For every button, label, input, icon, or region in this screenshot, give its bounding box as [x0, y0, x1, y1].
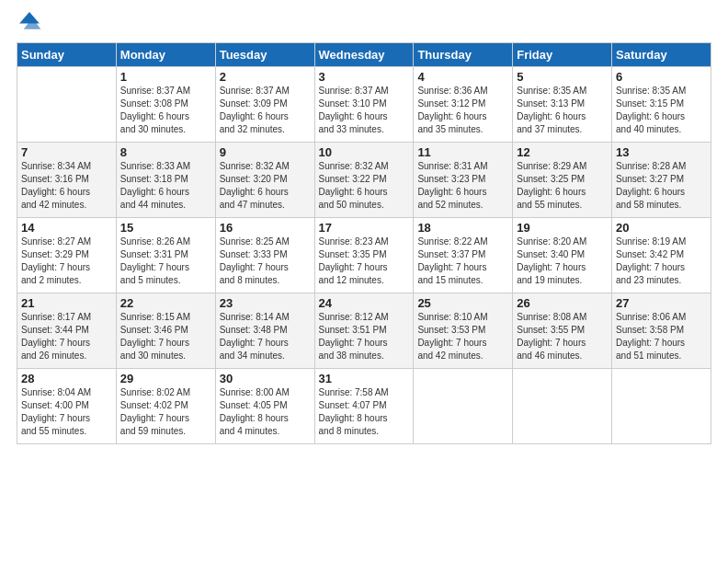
day-number: 25 — [417, 296, 508, 310]
calendar: SundayMondayTuesdayWednesdayThursdayFrid… — [17, 42, 711, 444]
calendar-cell: 29Sunrise: 8:02 AM Sunset: 4:02 PM Dayli… — [116, 369, 215, 444]
calendar-cell: 31Sunrise: 7:58 AM Sunset: 4:07 PM Dayli… — [314, 369, 414, 444]
calendar-cell: 18Sunrise: 8:22 AM Sunset: 3:37 PM Dayli… — [414, 218, 513, 293]
day-number: 20 — [616, 221, 707, 235]
calendar-cell: 2Sunrise: 8:37 AM Sunset: 3:09 PM Daylig… — [215, 67, 314, 143]
weekday-header: Friday — [513, 43, 612, 67]
day-number: 14 — [21, 221, 112, 235]
calendar-cell: 11Sunrise: 8:31 AM Sunset: 3:23 PM Dayli… — [414, 143, 513, 218]
day-number: 16 — [220, 221, 311, 235]
day-number: 23 — [220, 296, 311, 310]
day-number: 4 — [417, 70, 508, 84]
header — [17, 9, 711, 35]
day-info: Sunrise: 8:31 AM Sunset: 3:23 PM Dayligh… — [417, 160, 508, 212]
day-info: Sunrise: 8:06 AM Sunset: 3:58 PM Dayligh… — [616, 311, 707, 362]
day-info: Sunrise: 8:28 AM Sunset: 3:27 PM Dayligh… — [616, 160, 707, 212]
day-info: Sunrise: 8:32 AM Sunset: 3:20 PM Dayligh… — [220, 160, 311, 212]
day-info: Sunrise: 8:35 AM Sunset: 3:15 PM Dayligh… — [616, 85, 707, 136]
calendar-cell: 4Sunrise: 8:36 AM Sunset: 3:12 PM Daylig… — [414, 67, 513, 143]
calendar-week-row: 28Sunrise: 8:04 AM Sunset: 4:00 PM Dayli… — [17, 369, 711, 444]
day-number: 9 — [220, 145, 311, 159]
day-number: 2 — [220, 70, 311, 84]
calendar-cell: 6Sunrise: 8:35 AM Sunset: 3:15 PM Daylig… — [612, 67, 711, 143]
calendar-week-row: 14Sunrise: 8:27 AM Sunset: 3:29 PM Dayli… — [17, 218, 711, 293]
day-info: Sunrise: 8:37 AM Sunset: 3:08 PM Dayligh… — [120, 85, 211, 136]
day-number: 6 — [616, 70, 707, 84]
day-number: 26 — [517, 296, 608, 310]
calendar-cell: 14Sunrise: 8:27 AM Sunset: 3:29 PM Dayli… — [17, 218, 117, 293]
day-number: 8 — [120, 145, 211, 159]
day-info: Sunrise: 8:37 AM Sunset: 3:09 PM Dayligh… — [220, 85, 311, 136]
day-info: Sunrise: 8:37 AM Sunset: 3:10 PM Dayligh… — [319, 85, 410, 136]
day-info: Sunrise: 8:32 AM Sunset: 3:22 PM Dayligh… — [319, 160, 410, 212]
day-number: 21 — [21, 296, 112, 310]
calendar-cell — [513, 369, 612, 444]
day-number: 3 — [319, 70, 410, 84]
calendar-cell: 3Sunrise: 8:37 AM Sunset: 3:10 PM Daylig… — [314, 67, 414, 143]
page: SundayMondayTuesdayWednesdayThursdayFrid… — [0, 0, 728, 563]
logo-icon — [17, 9, 42, 35]
day-info: Sunrise: 8:15 AM Sunset: 3:46 PM Dayligh… — [120, 311, 211, 362]
day-info: Sunrise: 8:04 AM Sunset: 4:00 PM Dayligh… — [21, 386, 112, 438]
day-info: Sunrise: 7:58 AM Sunset: 4:07 PM Dayligh… — [319, 386, 410, 438]
calendar-cell: 30Sunrise: 8:00 AM Sunset: 4:05 PM Dayli… — [215, 369, 314, 444]
day-number: 22 — [120, 296, 211, 310]
calendar-cell: 21Sunrise: 8:17 AM Sunset: 3:44 PM Dayli… — [17, 293, 117, 369]
calendar-cell: 25Sunrise: 8:10 AM Sunset: 3:53 PM Dayli… — [414, 293, 513, 369]
day-number: 15 — [120, 221, 211, 235]
weekday-header: Tuesday — [215, 43, 314, 67]
day-number: 10 — [319, 145, 410, 159]
day-info: Sunrise: 8:33 AM Sunset: 3:18 PM Dayligh… — [120, 160, 211, 212]
calendar-header-row: SundayMondayTuesdayWednesdayThursdayFrid… — [17, 43, 711, 67]
day-number: 18 — [417, 221, 508, 235]
calendar-cell: 22Sunrise: 8:15 AM Sunset: 3:46 PM Dayli… — [116, 293, 215, 369]
calendar-cell: 28Sunrise: 8:04 AM Sunset: 4:00 PM Dayli… — [17, 369, 117, 444]
calendar-cell: 20Sunrise: 8:19 AM Sunset: 3:42 PM Dayli… — [612, 218, 711, 293]
day-info: Sunrise: 8:27 AM Sunset: 3:29 PM Dayligh… — [21, 236, 112, 287]
weekday-header: Monday — [116, 43, 215, 67]
day-info: Sunrise: 8:25 AM Sunset: 3:33 PM Dayligh… — [220, 236, 311, 287]
logo — [17, 9, 46, 35]
day-number: 11 — [417, 145, 508, 159]
day-info: Sunrise: 8:12 AM Sunset: 3:51 PM Dayligh… — [319, 311, 410, 362]
calendar-cell: 12Sunrise: 8:29 AM Sunset: 3:25 PM Dayli… — [513, 143, 612, 218]
calendar-week-row: 7Sunrise: 8:34 AM Sunset: 3:16 PM Daylig… — [17, 143, 711, 218]
day-number: 27 — [616, 296, 707, 310]
day-info: Sunrise: 8:35 AM Sunset: 3:13 PM Dayligh… — [517, 85, 608, 136]
day-info: Sunrise: 8:08 AM Sunset: 3:55 PM Dayligh… — [517, 311, 608, 362]
day-number: 24 — [319, 296, 410, 310]
calendar-cell: 8Sunrise: 8:33 AM Sunset: 3:18 PM Daylig… — [116, 143, 215, 218]
day-number: 29 — [120, 372, 211, 385]
day-info: Sunrise: 8:34 AM Sunset: 3:16 PM Dayligh… — [21, 160, 112, 212]
calendar-cell: 24Sunrise: 8:12 AM Sunset: 3:51 PM Dayli… — [314, 293, 414, 369]
day-info: Sunrise: 8:22 AM Sunset: 3:37 PM Dayligh… — [417, 236, 508, 287]
weekday-header: Saturday — [612, 43, 711, 67]
calendar-cell: 5Sunrise: 8:35 AM Sunset: 3:13 PM Daylig… — [513, 67, 612, 143]
calendar-cell: 10Sunrise: 8:32 AM Sunset: 3:22 PM Dayli… — [314, 143, 414, 218]
calendar-cell: 9Sunrise: 8:32 AM Sunset: 3:20 PM Daylig… — [215, 143, 314, 218]
calendar-cell: 13Sunrise: 8:28 AM Sunset: 3:27 PM Dayli… — [612, 143, 711, 218]
weekday-header: Sunday — [17, 43, 117, 67]
calendar-cell — [414, 369, 513, 444]
calendar-cell: 17Sunrise: 8:23 AM Sunset: 3:35 PM Dayli… — [314, 218, 414, 293]
day-info: Sunrise: 8:19 AM Sunset: 3:42 PM Dayligh… — [616, 236, 707, 287]
weekday-header: Wednesday — [314, 43, 414, 67]
day-number: 19 — [517, 221, 608, 235]
day-info: Sunrise: 8:10 AM Sunset: 3:53 PM Dayligh… — [417, 311, 508, 362]
day-number: 28 — [21, 372, 112, 385]
day-number: 1 — [120, 70, 211, 84]
calendar-week-row: 1Sunrise: 8:37 AM Sunset: 3:08 PM Daylig… — [17, 67, 711, 143]
calendar-cell: 19Sunrise: 8:20 AM Sunset: 3:40 PM Dayli… — [513, 218, 612, 293]
day-info: Sunrise: 8:29 AM Sunset: 3:25 PM Dayligh… — [517, 160, 608, 212]
calendar-cell: 7Sunrise: 8:34 AM Sunset: 3:16 PM Daylig… — [17, 143, 117, 218]
day-info: Sunrise: 8:36 AM Sunset: 3:12 PM Dayligh… — [417, 85, 508, 136]
calendar-cell — [17, 67, 117, 143]
calendar-cell: 27Sunrise: 8:06 AM Sunset: 3:58 PM Dayli… — [612, 293, 711, 369]
day-info: Sunrise: 8:17 AM Sunset: 3:44 PM Dayligh… — [21, 311, 112, 362]
day-info: Sunrise: 8:14 AM Sunset: 3:48 PM Dayligh… — [220, 311, 311, 362]
day-number: 5 — [517, 70, 608, 84]
day-info: Sunrise: 8:26 AM Sunset: 3:31 PM Dayligh… — [120, 236, 211, 287]
calendar-cell: 26Sunrise: 8:08 AM Sunset: 3:55 PM Dayli… — [513, 293, 612, 369]
calendar-cell — [612, 369, 711, 444]
calendar-cell: 23Sunrise: 8:14 AM Sunset: 3:48 PM Dayli… — [215, 293, 314, 369]
